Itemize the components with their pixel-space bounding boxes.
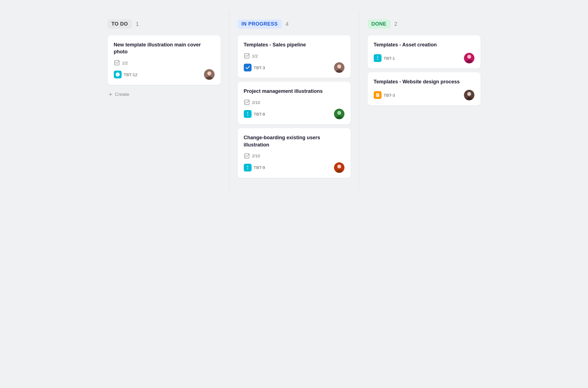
card-done-1[interactable]: Templates - Asset creation TBT-1 (368, 35, 481, 68)
card-ip-2-footer: TBT-8 (244, 109, 345, 119)
avatar-done-1 (464, 53, 474, 63)
ticket-icon-done-2 (374, 91, 382, 99)
checklist-icon-ip2 (244, 99, 250, 105)
svg-rect-14 (244, 100, 249, 105)
inprogress-badge: IN PROGRESS (238, 19, 282, 29)
card-todo-1-checklist: 1/2 (122, 61, 128, 65)
card-todo-1-meta: 1/2 (114, 60, 215, 66)
ticket-badge-ip-2[interactable]: TBT-8 (244, 110, 265, 118)
inprogress-count: 4 (286, 21, 289, 27)
todo-count: 1 (136, 21, 139, 27)
card-ip-1-title: Templates - Sales pipeline (244, 41, 345, 48)
card-ip-3[interactable]: Change-boarding existing users illustrat… (238, 128, 351, 178)
avatar-ip-2 (334, 109, 345, 119)
ticket-badge-done-2[interactable]: TBT-3 (374, 91, 395, 99)
svg-point-28 (337, 165, 341, 168)
ticket-icon-ip-3 (244, 164, 252, 171)
svg-point-33 (467, 55, 471, 59)
avatar-ip-1 (334, 62, 345, 73)
card-todo-1-ticket: TBT-12 (124, 72, 137, 77)
card-ip-3-ticket: TBT-9 (254, 165, 265, 170)
svg-rect-36 (377, 94, 378, 95)
ticket-badge-done-1[interactable]: TBT-1 (374, 54, 395, 62)
ticket-icon-todo-1 (114, 71, 122, 78)
ticket-icon-ip-1 (244, 64, 252, 71)
card-ip-3-checklist: 2/10 (252, 153, 260, 158)
card-ip-3-meta: 2/10 (244, 153, 345, 159)
checklist-icon-ip3 (244, 153, 250, 159)
card-ip-2-ticket: TBT-8 (254, 112, 265, 116)
checklist-icon-ip1 (244, 53, 250, 59)
create-button[interactable]: + Create (108, 89, 131, 100)
card-done-2-ticket: TBT-3 (384, 93, 395, 98)
svg-marker-18 (247, 114, 248, 116)
card-ip-2-meta: 2/10 (244, 99, 345, 105)
svg-point-12 (337, 64, 341, 68)
done-badge: DONE (368, 19, 390, 29)
svg-point-6 (207, 71, 211, 75)
svg-point-39 (467, 92, 471, 96)
done-count: 2 (394, 21, 397, 27)
column-done-header: DONE 2 (368, 19, 481, 29)
svg-marker-31 (377, 58, 378, 60)
checklist-icon (114, 60, 120, 66)
card-ip-1[interactable]: Templates - Sales pipeline 1/2 (238, 35, 351, 78)
svg-marker-30 (377, 56, 378, 58)
svg-rect-37 (377, 95, 378, 95)
card-ip-3-title: Change-boarding existing users illustrat… (244, 134, 345, 148)
avatar-done-2 (464, 90, 474, 100)
avatar-ip-3 (334, 162, 345, 173)
card-ip-1-checklist: 1/2 (252, 54, 258, 58)
svg-rect-22 (244, 154, 249, 158)
card-ip-2-checklist: 2/10 (252, 100, 260, 105)
avatar-todo-1 (204, 69, 215, 80)
ticket-badge-todo-1[interactable]: TBT-12 (114, 71, 137, 78)
card-ip-3-footer: TBT-9 (244, 162, 345, 173)
ticket-icon-done-1 (374, 54, 382, 62)
column-inprogress: IN PROGRESS 4 Templates - Sales pipeline… (229, 11, 359, 190)
kanban-board: TO DO 1 New template illustration main c… (99, 11, 489, 190)
create-label: Create (115, 92, 129, 97)
card-ip-2-title: Project management illustrations (244, 88, 345, 95)
card-todo-1-footer: TBT-12 (114, 69, 215, 80)
ticket-badge-ip-3[interactable]: TBT-9 (244, 164, 265, 171)
ticket-icon-ip-2 (244, 110, 252, 118)
svg-marker-25 (247, 166, 248, 167)
todo-badge: TO DO (108, 19, 132, 29)
card-done-1-footer: TBT-1 (374, 53, 474, 63)
column-todo-header: TO DO 1 (108, 19, 221, 29)
card-todo-1-title: New template illustration main cover pho… (114, 41, 215, 55)
svg-rect-8 (244, 54, 249, 58)
create-plus-icon: + (109, 91, 112, 98)
card-done-2-title: Templates - Website design process (374, 78, 474, 85)
card-ip-1-meta: 1/2 (244, 53, 345, 59)
card-done-1-ticket: TBT-1 (384, 56, 395, 61)
card-todo-1[interactable]: New template illustration main cover pho… (108, 35, 221, 85)
card-done-2[interactable]: Templates - Website design process TBT-3 (368, 72, 481, 105)
ticket-badge-ip-1[interactable]: TBT-3 (244, 64, 265, 71)
card-done-1-title: Templates - Asset creation (374, 41, 474, 48)
svg-point-20 (337, 111, 341, 115)
svg-marker-26 (247, 168, 248, 170)
column-inprogress-header: IN PROGRESS 4 (238, 19, 351, 29)
svg-marker-17 (247, 112, 248, 114)
svg-rect-0 (114, 61, 119, 65)
card-ip-1-ticket: TBT-3 (254, 65, 265, 70)
column-done: DONE 2 Templates - Asset creation TBT-1 (359, 11, 489, 190)
card-ip-1-footer: TBT-3 (244, 62, 345, 73)
card-done-2-footer: TBT-3 (374, 90, 474, 100)
card-ip-2[interactable]: Project management illustrations 2/10 (238, 82, 351, 124)
column-todo: TO DO 1 New template illustration main c… (99, 11, 229, 190)
